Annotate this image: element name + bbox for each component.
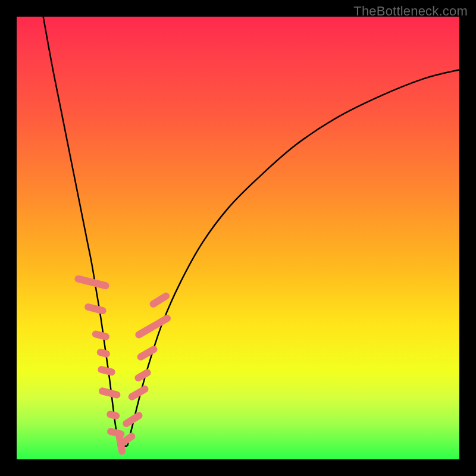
data-marker xyxy=(106,410,121,420)
chart-frame: TheBottleneck.com xyxy=(0,0,476,476)
data-marker xyxy=(74,274,110,290)
data-marker xyxy=(96,348,111,358)
watermark-text: TheBottleneck.com xyxy=(353,4,468,19)
plot-area xyxy=(17,17,459,459)
data-marker xyxy=(133,368,152,383)
curve-right-arm xyxy=(127,70,459,446)
chart-svg xyxy=(17,17,459,459)
data-marker xyxy=(84,303,107,315)
data-marker xyxy=(134,314,172,340)
curve-left-arm xyxy=(43,17,118,446)
data-marker xyxy=(148,291,171,309)
data-marker xyxy=(97,365,116,377)
data-marker xyxy=(91,330,110,341)
curve-group xyxy=(43,17,459,446)
data-marker xyxy=(136,345,158,362)
marker-group xyxy=(74,274,172,455)
data-marker xyxy=(98,387,121,399)
